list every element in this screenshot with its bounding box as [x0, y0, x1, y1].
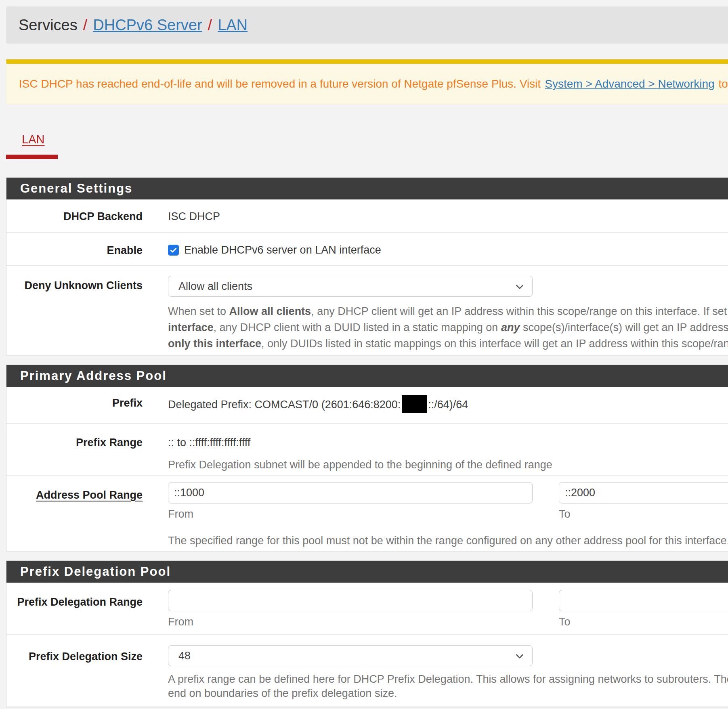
- general-settings-title: General Settings: [6, 178, 728, 199]
- dhcp-backend-label: DHCP Backend: [6, 210, 143, 223]
- enable-row: Enable Enable DHCPv6 server on LAN inter…: [6, 233, 728, 266]
- prefix-delegation-size-selected-value: 48: [178, 650, 191, 662]
- enable-dhcpv6-checkbox[interactable]: [168, 245, 179, 256]
- breadcrumb-link-dhcpv6-server[interactable]: DHCPv6 Server: [93, 17, 202, 34]
- dhcp-backend-value: ISC DHCP: [168, 210, 728, 223]
- prefix-row: Prefix Delegated Prefix: COMCAST/0 (2601…: [6, 387, 728, 424]
- dhcp-backend-row: DHCP Backend ISC DHCP: [6, 199, 728, 233]
- deny-unknown-clients-help: When set to Allow all clients, any DHCP …: [168, 303, 728, 352]
- from-caption: From: [168, 509, 533, 520]
- help-line: When set to Allow all clients, any DHCP …: [168, 303, 728, 319]
- deny-unknown-clients-selected-value: Allow all clients: [178, 280, 252, 293]
- prefix-delegation-size-help: A prefix range can be defined here for D…: [168, 672, 728, 701]
- tab-lan[interactable]: LAN: [22, 133, 44, 146]
- primary-address-pool-panel: Primary Address Pool Prefix Delegated Pr…: [6, 365, 728, 551]
- enable-label: Enable: [6, 244, 143, 257]
- address-pool-range-row: Address Pool Range From To The specified…: [6, 476, 728, 551]
- deny-unknown-clients-select[interactable]: Allow all clients: [168, 276, 533, 297]
- prefix-value: Delegated Prefix: COMCAST/0 (2601:646:82…: [168, 399, 401, 411]
- deny-unknown-clients-label: Deny Unknown Clients: [6, 276, 143, 352]
- redacted-prefix-block: [402, 395, 427, 413]
- breadcrumb-section: Services: [19, 17, 78, 34]
- prefix-value-suffix: ::/64)/64: [428, 399, 468, 411]
- help-line: interface, any DHCP client with a DUID l…: [168, 319, 728, 336]
- eol-warning-text-tail: to switch to Kea DHCP.: [719, 78, 728, 90]
- page: Services / DHCPv6 Server / LAN ISC DHCP …: [0, 6, 728, 707]
- prefix-label: Prefix: [6, 396, 143, 414]
- breadcrumb-separator: /: [208, 17, 212, 34]
- system-advanced-networking-link[interactable]: System > Advanced > Networking: [545, 78, 714, 90]
- eol-warning-text: ISC DHCP has reached end-of-life and wil…: [19, 78, 541, 90]
- prefix-range-help: Prefix Delegation subnet will be appende…: [168, 458, 728, 472]
- breadcrumb: Services / DHCPv6 Server / LAN: [6, 6, 728, 44]
- prefix-delegation-from-input[interactable]: [168, 590, 533, 611]
- interface-tabs: LAN: [6, 133, 728, 159]
- enable-checkbox-label: Enable DHCPv6 server on LAN interface: [184, 244, 381, 256]
- help-line: only this interface, only DUIDs listed i…: [168, 336, 728, 352]
- address-pool-range-help: The specified range for this pool must n…: [168, 534, 728, 547]
- chevron-down-icon: [514, 651, 525, 664]
- active-tab-indicator: [6, 155, 58, 159]
- chevron-down-icon: [514, 281, 525, 295]
- eol-warning-banner: ISC DHCP has reached end-of-life and wil…: [6, 59, 728, 104]
- to-caption: To: [559, 617, 728, 627]
- prefix-delegation-pool-title: Prefix Delegation Pool: [6, 561, 728, 583]
- prefix-delegation-range-label: Prefix Delegation Range: [6, 590, 143, 627]
- address-pool-range-label: Address Pool Range: [6, 482, 143, 547]
- prefix-range-value: :: to ::ffff:ffff:ffff:ffff: [168, 436, 728, 449]
- prefix-delegation-pool-panel: Prefix Delegation Pool Prefix Delegation…: [6, 560, 728, 707]
- prefix-delegation-size-label: Prefix Delegation Size: [6, 645, 143, 701]
- prefix-range-label: Prefix Range: [6, 436, 143, 472]
- help-line: A prefix range can be defined here for D…: [168, 672, 728, 686]
- to-caption: To: [559, 509, 728, 520]
- breadcrumb-separator: /: [83, 17, 88, 34]
- from-caption: From: [168, 617, 533, 627]
- prefix-delegation-size-row: Prefix Delegation Size 48 A prefix range…: [6, 635, 728, 707]
- prefix-delegation-range-row: Prefix Delegation Range From To: [6, 583, 728, 635]
- address-pool-to-input[interactable]: [559, 482, 728, 503]
- general-settings-panel: General Settings DHCP Backend ISC DHCP E…: [6, 177, 728, 355]
- prefix-delegation-to-input[interactable]: [559, 590, 728, 611]
- prefix-range-row: Prefix Range :: to ::ffff:ffff:ffff:ffff…: [6, 424, 728, 476]
- deny-unknown-clients-row: Deny Unknown Clients Allow all clients W…: [6, 266, 728, 355]
- prefix-delegation-size-select[interactable]: 48: [168, 645, 533, 666]
- help-line: end on boundaries of the prefix delegati…: [168, 686, 728, 701]
- breadcrumb-link-lan[interactable]: LAN: [218, 17, 248, 34]
- primary-address-pool-title: Primary Address Pool: [6, 365, 728, 387]
- address-pool-from-input[interactable]: [168, 482, 533, 503]
- check-icon: [169, 246, 178, 254]
